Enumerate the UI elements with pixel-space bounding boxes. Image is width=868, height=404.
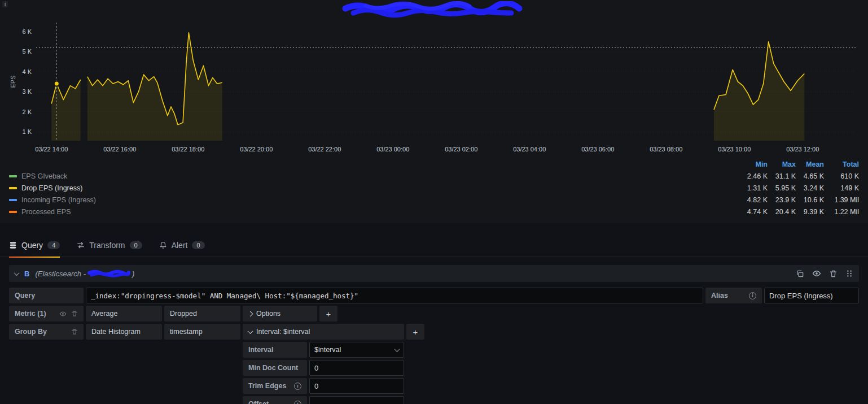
collapse-chevron-icon[interactable] <box>14 270 20 276</box>
groupby-delete-trash-icon[interactable] <box>71 328 78 335</box>
legend-max: 31.1 K <box>768 172 796 180</box>
legend-min: 2.46 K <box>739 172 768 180</box>
legend-header-mean[interactable]: Mean <box>796 160 824 168</box>
legend-row: Processed EPS 4.74 K 20.4 K 9.39 K 1.22 … <box>9 206 859 218</box>
tab-query-count: 4 <box>47 241 60 249</box>
chevron-right-icon <box>248 311 253 316</box>
legend-min: 4.82 K <box>739 196 768 204</box>
svg-text:2 K: 2 K <box>22 108 32 115</box>
trim-edges-label-text: Trim Edges <box>248 382 286 390</box>
series-swatch <box>9 211 17 213</box>
min-doc-count-input[interactable] <box>309 360 404 376</box>
panel-info-icon[interactable]: i <box>2 1 8 7</box>
legend-header-total[interactable]: Total <box>824 160 859 168</box>
offset-label: Offset i <box>243 396 307 404</box>
panel-header: i <box>9 0 859 19</box>
interval-header-text: Interval: $interval <box>256 328 310 336</box>
legend-series-name[interactable]: Drop EPS (Ingress) <box>21 184 82 192</box>
legend-total: 1.39 Mil <box>824 196 859 204</box>
legend-header-row: Min Max Mean Total <box>9 158 859 170</box>
legend-max: 5.95 K <box>768 184 796 192</box>
delete-query-trash-icon[interactable] <box>829 270 838 278</box>
groupby-type-select[interactable]: Date Histogram <box>86 324 162 340</box>
interval-setting-row: Interval $interval <box>243 342 859 358</box>
tab-transform[interactable]: Transform 0 <box>77 233 142 257</box>
swap-arrows-icon <box>77 241 85 249</box>
trim-edges-input[interactable] <box>309 378 404 394</box>
metric-options-toggle[interactable]: Options <box>243 306 317 322</box>
legend-series-name[interactable]: EPS GIveback <box>21 172 67 180</box>
interval-select-value: $interval <box>314 346 341 354</box>
alias-input[interactable] <box>764 288 859 303</box>
query-field-row: Query Alias i <box>9 288 859 303</box>
query-row-header[interactable]: B (Elasticsearch - ) <box>9 265 859 282</box>
svg-text:03/23 00:00: 03/23 00:00 <box>376 146 409 153</box>
legend-max: 20.4 K <box>768 208 796 216</box>
chevron-down-icon <box>394 346 400 352</box>
legend-min: 1.31 K <box>739 184 768 192</box>
svg-text:4 K: 4 K <box>22 68 32 75</box>
chevron-down-icon <box>248 328 253 334</box>
trim-edges-info-icon[interactable]: i <box>294 383 301 390</box>
legend-header-max[interactable]: Max <box>768 160 796 168</box>
offset-info-icon[interactable]: i <box>294 401 301 404</box>
legend-total: 1.22 Mil <box>824 208 859 216</box>
editor-tabs: Query 4 Transform 0 Alert 0 <box>0 233 868 257</box>
svg-text:03/23 12:00: 03/23 12:00 <box>786 146 819 153</box>
offset-input[interactable] <box>309 396 404 404</box>
interval-select[interactable]: $interval <box>309 342 404 358</box>
query-field-label: Query <box>9 288 84 303</box>
eps-timeseries-chart[interactable]: EPS1 K2 K3 K4 K5 K6 K03/22 14:0003/22 16… <box>9 19 859 155</box>
legend-total: 610 K <box>824 172 859 180</box>
groupby-label-text: Group By <box>15 328 47 336</box>
svg-text:EPS: EPS <box>10 75 16 88</box>
duplicate-query-icon[interactable] <box>796 270 804 278</box>
options-label-text: Options <box>256 310 280 318</box>
metric-delete-trash-icon[interactable] <box>71 310 78 317</box>
svg-text:03/23 08:00: 03/23 08:00 <box>650 146 682 153</box>
datasource-suffix: ) <box>132 270 134 278</box>
interval-section-toggle[interactable]: Interval: $interval <box>243 324 404 340</box>
svg-text:1 K: 1 K <box>22 128 32 135</box>
datasource-label: (Elasticsearch - ) <box>35 270 134 278</box>
trim-edges-label: Trim Edges i <box>243 378 307 394</box>
graph-panel: i EPS1 K2 K3 K4 K5 K6 K03/22 14:0003/22 … <box>0 0 868 223</box>
drag-handle-grip-icon[interactable] <box>845 270 853 277</box>
redacted-datasource-scribble <box>87 270 131 277</box>
metric-visibility-eye-icon[interactable] <box>59 310 67 318</box>
toggle-visibility-eye-icon[interactable] <box>812 269 821 278</box>
tab-alert[interactable]: Alert 0 <box>159 233 205 257</box>
groupby-field-select[interactable]: timestamp <box>164 324 240 340</box>
svg-text:5 K: 5 K <box>22 48 32 55</box>
legend-mean: 4.65 K <box>796 172 824 180</box>
metric-label-text: Metric (1) <box>15 310 46 318</box>
metric-aggregation-select[interactable]: Average <box>86 306 162 322</box>
tab-alert-label: Alert <box>172 241 188 250</box>
legend-row: Drop EPS (Ingress) 1.31 K 5.95 K 3.24 K … <box>9 182 859 194</box>
tab-transform-label: Transform <box>89 241 125 250</box>
tab-query[interactable]: Query 4 <box>9 233 60 257</box>
metric-row-label: Metric (1) <box>9 306 84 322</box>
bell-icon <box>159 241 167 249</box>
svg-text:03/23 10:00: 03/23 10:00 <box>718 146 751 153</box>
min-doc-count-label: Min Doc Count <box>243 360 307 376</box>
svg-text:03/22 20:00: 03/22 20:00 <box>240 146 273 153</box>
metric-field-select[interactable]: Dropped <box>164 306 240 322</box>
legend-total: 149 K <box>824 184 859 192</box>
legend-mean: 3.24 K <box>796 184 824 192</box>
svg-text:3 K: 3 K <box>22 88 32 95</box>
alias-info-icon[interactable]: i <box>749 292 756 299</box>
query-input[interactable] <box>86 288 703 303</box>
legend-mean: 9.39 K <box>796 208 824 216</box>
svg-text:03/23 02:00: 03/23 02:00 <box>445 146 477 153</box>
metric-row: Metric (1) Average Dropped Options + <box>9 306 859 322</box>
legend-header-min[interactable]: Min <box>739 160 768 168</box>
legend-row: Incoming EPS (Ingress) 4.82 K 23.9 K 10.… <box>9 194 859 206</box>
add-metric-button[interactable]: + <box>319 306 337 322</box>
offset-row: Offset i <box>243 396 859 404</box>
offset-label-text: Offset <box>248 400 269 404</box>
trim-edges-row: Trim Edges i <box>243 378 859 394</box>
add-groupby-button[interactable]: + <box>406 324 424 340</box>
legend-series-name[interactable]: Processed EPS <box>21 208 71 216</box>
legend-series-name[interactable]: Incoming EPS (Ingress) <box>21 196 96 204</box>
